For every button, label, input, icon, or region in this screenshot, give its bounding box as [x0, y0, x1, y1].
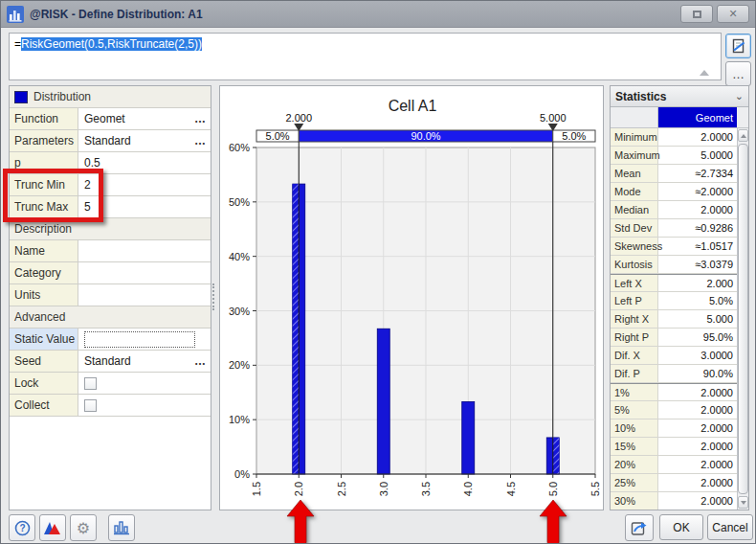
stat-label: 1%: [611, 384, 658, 400]
band-right-percent: 5.0%: [562, 130, 586, 142]
x-tick-label: 2.5: [336, 482, 347, 496]
prop-label-parameters: Parameters: [10, 130, 78, 151]
panel-splitter[interactable]: [212, 283, 215, 310]
prop-value-name[interactable]: [78, 240, 211, 261]
help-icon: ?: [14, 520, 31, 536]
statistics-column-name: Geomet: [658, 107, 737, 127]
stat-label: Dif. X: [611, 347, 658, 364]
x-tick-label: 5.5: [589, 482, 601, 496]
window-title: @RISK - Define Distribution: A1: [30, 8, 203, 21]
chart-panel: Cell A15.0%90.0%5.0%2.0005.0000%10%20%30…: [219, 85, 604, 510]
statistics-panel: Statistics ⌄ Geomet Minimum2.0000Maximum…: [610, 85, 749, 510]
static-value-input[interactable]: [84, 331, 195, 348]
ellipsis-button[interactable]: …: [194, 351, 207, 372]
prop-value-category[interactable]: [78, 262, 211, 283]
stat-row-dif-p: Dif. P90.0%: [611, 365, 737, 383]
more-options-button[interactable]: …: [725, 61, 751, 86]
formula-input[interactable]: =RiskGeomet(0.5,RiskTruncate(2,5)): [9, 33, 722, 80]
prop-label-collect: Collect: [10, 395, 78, 416]
chart-title: Cell A1: [389, 98, 437, 114]
statistics-scrollbar[interactable]: [737, 128, 748, 510]
stat-value: 2.0000: [658, 401, 737, 419]
stat-row-15: 15%2.0000: [611, 438, 737, 456]
stat-value: 2.0000: [658, 384, 737, 400]
prop-value-trunc-min[interactable]: 2: [78, 174, 211, 195]
close-button[interactable]: ✕: [717, 5, 749, 23]
statistics-title: Statistics: [615, 90, 666, 103]
distribution-overlay-button[interactable]: [39, 514, 66, 541]
scroll-up-icon[interactable]: [700, 70, 709, 76]
swap-to-excel-button[interactable]: [625, 514, 654, 541]
scrollbar-up-button[interactable]: [738, 129, 748, 142]
ok-button[interactable]: OK: [659, 514, 703, 540]
prop-value-collect[interactable]: [78, 395, 211, 416]
prop-value-static-value[interactable]: [78, 329, 211, 350]
close-icon: ✕: [728, 8, 737, 20]
triangle-down-icon: [741, 501, 746, 505]
bar-hatch-left: [293, 184, 300, 474]
stat-row-median: Median2.0000: [611, 201, 737, 219]
ellipsis-button[interactable]: …: [194, 130, 207, 151]
section-label: Description: [14, 222, 72, 236]
prop-row-seed: SeedStandard…: [10, 351, 211, 373]
stat-value: 2.0000: [658, 492, 737, 510]
stat-row-right-p: Right P95.0%: [611, 329, 737, 347]
prop-value-p[interactable]: 0.5: [78, 152, 211, 173]
prop-label-trunc-min: Trunc Min: [10, 174, 78, 195]
lock-checkbox[interactable]: [84, 377, 97, 390]
stat-value: ≈2.7334: [658, 165, 737, 182]
stat-label: Std Dev: [611, 219, 658, 237]
stat-value: 2.0000: [658, 456, 737, 473]
svg-text:?: ?: [19, 523, 25, 533]
app-risk-icon: [7, 6, 24, 23]
stat-value: 5.000: [658, 310, 737, 328]
prop-value-parameters[interactable]: Standard…: [78, 130, 211, 151]
prop-value-units[interactable]: [78, 284, 211, 306]
cancel-button[interactable]: Cancel: [707, 514, 753, 540]
prop-value-seed[interactable]: Standard…: [78, 351, 211, 372]
statistics-header[interactable]: Statistics ⌄: [611, 86, 748, 107]
annotation-arrow-right: [539, 500, 567, 544]
help-button[interactable]: ?: [9, 514, 35, 541]
stat-row-20: 20%2.0000: [611, 456, 737, 474]
prop-value-text: 5: [84, 200, 91, 214]
scrollbar-down-button[interactable]: [738, 496, 748, 509]
edit-formula-button[interactable]: [725, 34, 751, 58]
y-tick-label: 10%: [229, 414, 250, 425]
stat-label: Right P: [611, 329, 658, 346]
stat-row-skewness: Skewness≈1.0517: [611, 238, 737, 256]
triangle-up-icon: [741, 134, 746, 138]
stat-label: Maximum: [611, 147, 658, 164]
prop-row-trunc-max: Trunc Max5: [10, 196, 211, 218]
stat-row-left-x: Left X2.000: [611, 274, 737, 292]
stat-label: Kurtosis: [611, 256, 658, 273]
prop-value-trunc-max[interactable]: 5: [78, 196, 211, 217]
delimiter-label: 5.000: [540, 112, 567, 124]
stat-row-mean: Mean≈2.7334: [611, 165, 737, 183]
stat-value: 2.0000: [658, 128, 737, 146]
y-tick-label: 30%: [229, 306, 250, 317]
stat-label: 30%: [611, 492, 658, 510]
prop-row-lock: Lock: [10, 373, 211, 395]
ellipsis-icon: …: [732, 67, 745, 81]
export-arrow-icon: [631, 520, 648, 536]
x-tick-label: 2.0: [293, 482, 304, 496]
collect-checkbox[interactable]: [84, 399, 97, 412]
distribution-curves-icon: [43, 520, 62, 535]
ellipsis-button[interactable]: …: [194, 108, 207, 129]
prop-label-static-value: Static Value: [10, 329, 78, 350]
prop-row-p: p0.5: [10, 152, 211, 174]
maximize-button[interactable]: [680, 5, 713, 23]
stat-row-5: 5%2.0000: [611, 401, 737, 419]
stat-value: 90.0%: [658, 365, 737, 382]
stat-value: ≈3.0379: [658, 256, 737, 273]
chart-type-button[interactable]: [108, 514, 135, 541]
prop-value-function[interactable]: Geomet…: [78, 108, 211, 129]
settings-button[interactable]: ⚙: [70, 514, 97, 541]
stat-label: 10%: [611, 419, 658, 437]
delimiter-label: 2.000: [285, 112, 312, 124]
titlebar[interactable]: @RISK - Define Distribution: A1 ✕: [1, 1, 755, 28]
scrollbar-thumb[interactable]: [738, 144, 748, 494]
bar-x4: [462, 401, 475, 474]
prop-value-lock[interactable]: [78, 373, 211, 394]
